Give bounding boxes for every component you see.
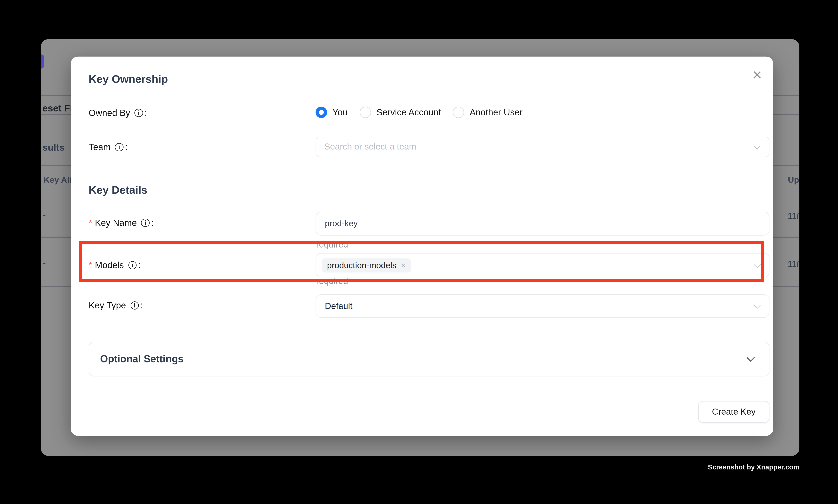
key-type-select[interactable]: Default <box>316 294 769 318</box>
model-tag: production-models × <box>322 258 411 272</box>
create-key-button[interactable]: Create Key <box>698 401 769 422</box>
info-icon: i <box>135 109 143 117</box>
colon: : <box>138 260 141 270</box>
table-cell-updated: 11/ <box>788 259 799 268</box>
radio-you-label: You <box>333 107 348 118</box>
info-icon: i <box>130 301 139 310</box>
colon: : <box>144 108 147 118</box>
team-label-text: Team <box>89 142 110 152</box>
optional-settings-label: Optional Settings <box>100 353 183 365</box>
team-select-placeholder: Search or select a team <box>324 142 416 152</box>
radio-unselected-icon[interactable] <box>453 107 464 118</box>
table-cell-updated: 11/ <box>788 211 799 220</box>
models-required-error: required <box>316 276 348 286</box>
colon: : <box>125 142 128 152</box>
key-type-label: Key Type i : <box>89 300 143 310</box>
column-header-updated: Up <box>788 175 799 185</box>
watermark: Screenshot by Xnapper.com <box>708 464 800 471</box>
info-icon: i <box>141 219 149 227</box>
radio-another-user-label: Another User <box>470 107 523 118</box>
models-label: * Models i : <box>89 260 141 270</box>
models-select[interactable]: production-models × <box>316 253 769 277</box>
team-select[interactable]: Search or select a team <box>316 137 769 157</box>
owned-by-radio-group: You Service Account Another User <box>316 107 522 118</box>
owned-by-label: Owned By i : <box>89 108 147 118</box>
key-name-label: * Key Name i : <box>89 218 154 228</box>
table-cell-alias: - <box>43 210 46 219</box>
colon: : <box>151 218 154 228</box>
modal-title: Key Ownership <box>89 73 168 85</box>
team-label: Team i : <box>89 142 127 152</box>
close-icon[interactable]: ✕ <box>752 69 763 82</box>
radio-service-account[interactable]: Service Account <box>360 107 441 118</box>
key-name-required-error: required <box>316 240 348 250</box>
results-count-fragment: sults <box>42 142 65 154</box>
chevron-down-icon <box>754 302 761 308</box>
chevron-down-icon <box>754 143 761 149</box>
key-name-label-text: Key Name <box>95 218 137 228</box>
info-icon: i <box>128 261 137 269</box>
radio-another-user[interactable]: Another User <box>453 107 522 118</box>
screenshot-stage: eset Filt sults Key Alia Up - 11/ - 11/ … <box>0 0 838 504</box>
key-type-value: Default <box>325 301 352 311</box>
models-label-text: Models <box>95 260 124 270</box>
radio-service-account-label: Service Account <box>376 107 441 118</box>
required-asterisk: * <box>89 218 92 228</box>
key-name-input[interactable] <box>316 212 769 236</box>
chevron-down-icon <box>754 261 761 268</box>
optional-settings-panel[interactable]: Optional Settings <box>89 342 769 376</box>
key-type-label-text: Key Type <box>89 300 126 310</box>
create-new-key-button-fragment <box>41 54 44 69</box>
create-key-modal: ✕ Key Ownership Owned By i : You Service… <box>71 57 773 436</box>
model-tag-label: production-models <box>327 260 396 270</box>
tag-remove-icon[interactable]: × <box>401 260 406 270</box>
radio-you[interactable]: You <box>316 107 347 118</box>
radio-unselected-icon[interactable] <box>360 107 371 118</box>
table-cell-alias: - <box>43 258 46 267</box>
key-details-heading: Key Details <box>89 184 147 196</box>
colon: : <box>140 300 143 310</box>
owned-by-label-text: Owned By <box>89 108 130 118</box>
required-asterisk: * <box>89 260 92 270</box>
chevron-down-icon <box>746 354 755 362</box>
radio-selected-icon[interactable] <box>316 107 327 118</box>
info-icon: i <box>115 143 123 151</box>
